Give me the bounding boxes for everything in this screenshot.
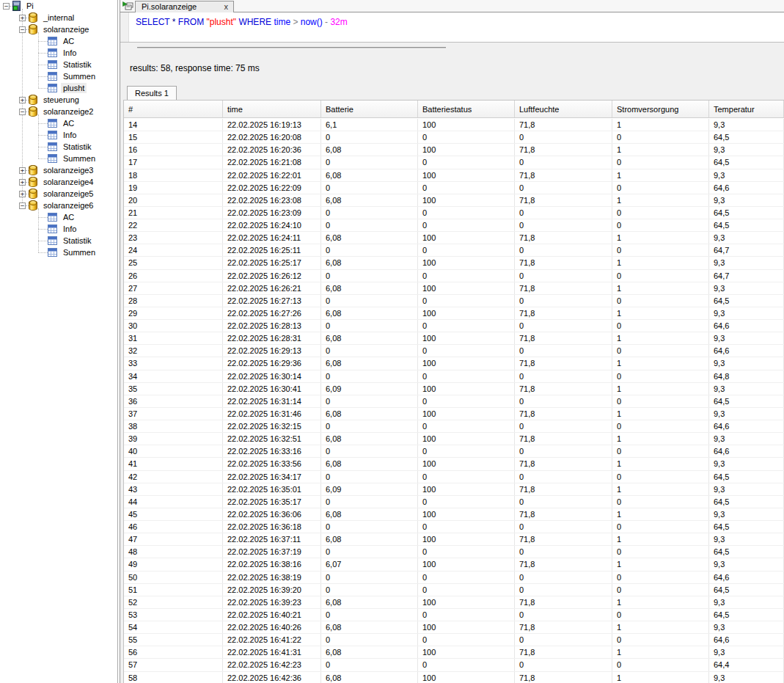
- table-row[interactable]: 5722.02.2025 16:42:23000064,4: [124, 659, 784, 671]
- table-row[interactable]: 2622.02.2025 16:26:12000064,7: [124, 270, 784, 282]
- tab-pi-solaranzeige[interactable]: Pi.solaranzeige x: [135, 1, 234, 12]
- table-cell: 17: [124, 156, 223, 168]
- table-row[interactable]: 1822.02.2025 16:22:016,0810071,819,3: [124, 169, 784, 182]
- tab-results-1[interactable]: Results 1: [127, 86, 177, 100]
- table-row[interactable]: 4222.02.2025 16:34:17000064,5: [124, 471, 784, 483]
- table-row[interactable]: 5122.02.2025 16:39:20000064,5: [124, 584, 784, 596]
- table-row[interactable]: 4822.02.2025 16:37:19000064,5: [124, 546, 784, 558]
- table-row[interactable]: 3922.02.2025 16:32:516,0810071,819,3: [124, 433, 784, 445]
- tree-item-summen[interactable]: Summen: [0, 246, 117, 258]
- tree-item-solaranzeige5[interactable]: +solaranzeige5: [0, 188, 117, 200]
- run-query-window-icon[interactable]: [122, 1, 134, 11]
- column-header-batterie[interactable]: Batterie: [321, 101, 418, 117]
- table-row[interactable]: 2922.02.2025 16:27:266,0810071,819,3: [124, 307, 784, 320]
- table-row[interactable]: 3022.02.2025 16:28:13000064,6: [124, 320, 784, 332]
- table-row[interactable]: 2322.02.2025 16:24:116,0810071,819,3: [124, 232, 784, 244]
- tree-item-ac[interactable]: AC: [0, 211, 117, 223]
- table-cell: 22.02.2025 16:38:16: [223, 558, 321, 570]
- table-row[interactable]: 4922.02.2025 16:38:166,0710071,819,3: [124, 558, 784, 571]
- tree-item-statistik[interactable]: Statistik: [0, 59, 117, 70]
- tree-item-pi[interactable]: −Pi: [0, 0, 117, 12]
- collapse-icon[interactable]: −: [19, 109, 26, 115]
- table-row[interactable]: 2822.02.2025 16:27:13000064,5: [124, 295, 784, 307]
- table-row[interactable]: 4522.02.2025 16:36:066,0810071,819,3: [124, 508, 784, 521]
- table-row[interactable]: 4322.02.2025 16:35:016,0910071,819,3: [124, 483, 784, 496]
- table-row[interactable]: 3722.02.2025 16:31:466,0810071,819,3: [124, 408, 784, 420]
- collapse-icon[interactable]: −: [3, 3, 10, 10]
- column-header-batteriestatus[interactable]: Batteriestatus: [418, 101, 515, 117]
- expand-icon[interactable]: +: [19, 15, 26, 21]
- table-row[interactable]: 2522.02.2025 16:25:176,0810071,819,3: [124, 257, 784, 269]
- tree-item-label: Summen: [61, 71, 98, 81]
- column-header-temperatur[interactable]: Temperatur: [709, 101, 784, 117]
- collapse-icon[interactable]: −: [19, 202, 26, 209]
- table-cell: 71,8: [515, 357, 612, 369]
- tree-item-ac[interactable]: AC: [0, 117, 117, 129]
- table-row[interactable]: 2722.02.2025 16:26:216,0810071,819,3: [124, 282, 784, 295]
- tree-item-info[interactable]: Info: [0, 47, 117, 59]
- tree-item-statistik[interactable]: Statistik: [0, 235, 117, 246]
- table-row[interactable]: 1722.02.2025 16:21:08000064,5: [124, 156, 784, 169]
- table-row[interactable]: 5022.02.2025 16:38:19000064,6: [124, 571, 784, 584]
- tree-item-_internal[interactable]: +_internal: [0, 12, 117, 23]
- table-row[interactable]: 5622.02.2025 16:41:316,0810071,819,3: [124, 646, 784, 659]
- table-cell: 47: [124, 533, 223, 545]
- tree-item-solaranzeige[interactable]: −solaranzeige: [0, 23, 117, 35]
- tree-item-plusht[interactable]: plusht: [0, 82, 117, 94]
- table-row[interactable]: 5222.02.2025 16:39:236,0810071,819,3: [124, 596, 784, 609]
- table-row[interactable]: 2222.02.2025 16:24:10000064,5: [124, 219, 784, 232]
- table-row[interactable]: 3822.02.2025 16:32:15000064,6: [124, 420, 784, 433]
- table-row[interactable]: 4622.02.2025 16:36:18000064,5: [124, 521, 784, 533]
- table-row[interactable]: 1922.02.2025 16:22:09000064,6: [124, 182, 784, 194]
- column-header-time[interactable]: time: [223, 101, 321, 117]
- column-header-num[interactable]: #: [124, 101, 223, 117]
- table-cell: 0: [418, 219, 515, 231]
- table-row[interactable]: 4422.02.2025 16:35:17000064,5: [124, 496, 784, 508]
- table-row[interactable]: 3222.02.2025 16:29:13000064,6: [124, 345, 784, 357]
- table-row[interactable]: 5322.02.2025 16:40:21000064,5: [124, 609, 784, 621]
- table-cell: 9,3: [709, 621, 784, 633]
- query-token: FROM: [178, 17, 207, 27]
- table-row[interactable]: 4022.02.2025 16:33:16000064,6: [124, 445, 784, 458]
- table-row[interactable]: 3522.02.2025 16:30:416,0910071,819,3: [124, 383, 784, 395]
- table-row[interactable]: 1422.02.2025 16:19:136,110071,819,3: [124, 119, 784, 131]
- expand-icon[interactable]: +: [19, 97, 26, 103]
- expand-icon[interactable]: +: [19, 167, 26, 174]
- expand-icon[interactable]: +: [19, 179, 26, 186]
- collapse-icon[interactable]: −: [19, 26, 26, 33]
- table-row[interactable]: 2022.02.2025 16:23:086,0810071,819,3: [124, 194, 784, 207]
- table-row[interactable]: 3322.02.2025 16:29:366,0810071,819,3: [124, 357, 784, 370]
- table-row[interactable]: 1622.02.2025 16:20:366,0810071,819,3: [124, 144, 784, 156]
- column-header-stromversorgung[interactable]: Stromversorgung: [612, 101, 709, 117]
- query-editor[interactable]: SELECT * FROM "plusht" WHERE time > now(…: [120, 12, 784, 43]
- panel-splitter[interactable]: [117, 0, 118, 683]
- tree-item-info[interactable]: Info: [0, 223, 117, 235]
- table-row[interactable]: 5822.02.2025 16:42:366,0810071,819,3: [124, 672, 784, 683]
- tree-item-info[interactable]: Info: [0, 129, 117, 141]
- results-grid-body: 1422.02.2025 16:19:136,110071,819,31522.…: [124, 119, 784, 683]
- table-row[interactable]: 4722.02.2025 16:37:116,0810071,819,3: [124, 533, 784, 546]
- tree-item-solaranzeige2[interactable]: −solaranzeige2: [0, 106, 117, 117]
- table-row[interactable]: 3622.02.2025 16:31:14000064,5: [124, 395, 784, 408]
- tree-item-statistik[interactable]: Statistik: [0, 141, 117, 153]
- table-row[interactable]: 1522.02.2025 16:20:08000064,5: [124, 131, 784, 144]
- tree-item-solaranzeige6[interactable]: −solaranzeige6: [0, 200, 117, 211]
- expand-icon[interactable]: +: [19, 191, 26, 197]
- editor-resize-grip[interactable]: [137, 47, 446, 48]
- table-row[interactable]: 2122.02.2025 16:23:09000064,5: [124, 207, 784, 219]
- tab-close-icon[interactable]: x: [224, 1, 229, 12]
- table-row[interactable]: 5422.02.2025 16:40:266,0810071,819,3: [124, 621, 784, 634]
- table-row[interactable]: 3122.02.2025 16:28:316,0810071,819,3: [124, 332, 784, 345]
- tree-item-steuerung[interactable]: +steuerung: [0, 94, 117, 106]
- table-row[interactable]: 4122.02.2025 16:33:566,0810071,819,3: [124, 458, 784, 470]
- tree-item-solaranzeige3[interactable]: +solaranzeige3: [0, 164, 117, 176]
- table-row[interactable]: 2422.02.2025 16:25:11000064,7: [124, 244, 784, 257]
- table-row[interactable]: 3422.02.2025 16:30:14000064,8: [124, 370, 784, 383]
- tree-item-solaranzeige4[interactable]: +solaranzeige4: [0, 176, 117, 188]
- tree-item-summen[interactable]: Summen: [0, 70, 117, 82]
- tree-item-summen[interactable]: Summen: [0, 153, 117, 164]
- tree-item-ac[interactable]: AC: [0, 35, 117, 47]
- column-header-luftfeuchte[interactable]: Luftfeuchte: [515, 101, 612, 117]
- table-row[interactable]: 5522.02.2025 16:41:22000064,6: [124, 634, 784, 646]
- query-text[interactable]: SELECT * FROM "plusht" WHERE time > now(…: [136, 17, 348, 27]
